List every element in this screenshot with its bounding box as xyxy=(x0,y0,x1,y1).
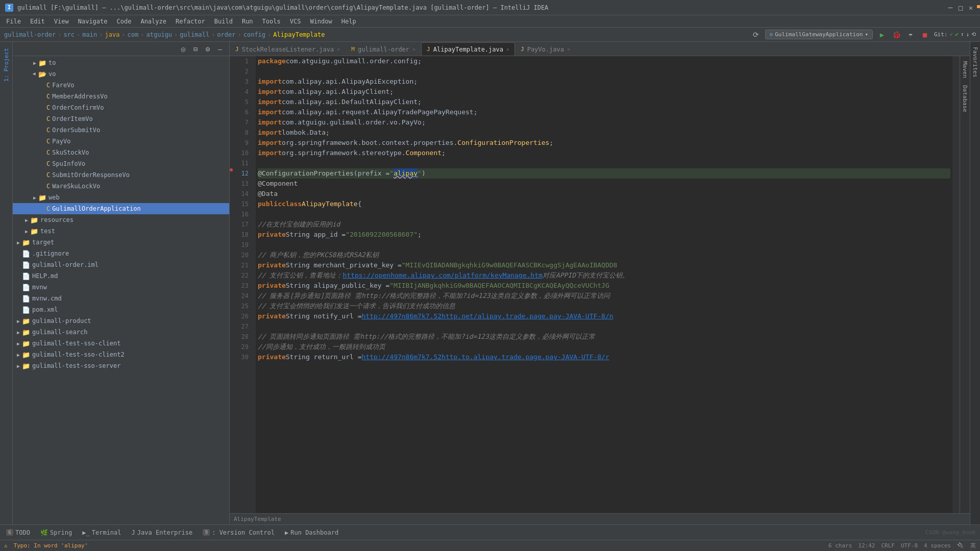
code-text: ; xyxy=(549,138,553,148)
maximize-button[interactable]: □ xyxy=(957,4,965,12)
menu-tools[interactable]: Tools xyxy=(258,17,285,26)
maven-tab[interactable]: Maven xyxy=(961,58,969,81)
run-dashboard-tab[interactable]: ▶ Run Dashboard xyxy=(283,525,340,540)
tree-item-gulimall-search[interactable]: ▶ 📁 gulimall-search xyxy=(13,327,229,338)
tab-stockreleaselistener[interactable]: J StockReleaseListener.java ✕ xyxy=(230,42,346,56)
tree-item-pom[interactable]: 📄 pom.xml xyxy=(13,304,229,315)
sync-button[interactable]: ⟳ xyxy=(751,30,761,40)
tab-close-button[interactable]: ✕ xyxy=(412,46,415,52)
stop-button[interactable]: ■ xyxy=(920,30,930,40)
run-configuration[interactable]: ⚙ GulimallGatewayApplication ▾ xyxy=(765,30,873,39)
tree-item-memberaddressvo[interactable]: C MemberAddressVo xyxy=(13,91,229,102)
tree-item-help[interactable]: 📄 HELP.md xyxy=(13,270,229,282)
string: " xyxy=(418,168,422,179)
url-link[interactable]: http://497n86m7k7.52http.to.alipay.trade… xyxy=(362,352,609,362)
breadcrumb-gulimall[interactable]: gulimall xyxy=(180,31,209,38)
tree-item-web[interactable]: ▶ 📁 web xyxy=(13,192,229,203)
tab-gulimall-order[interactable]: M gulimall-order ✕ xyxy=(346,42,421,56)
breadcrumb-com[interactable]: com xyxy=(128,31,139,38)
menu-build[interactable]: Build xyxy=(210,17,237,26)
collapse-all-button[interactable]: ⊟ xyxy=(190,44,201,54)
locate-button[interactable]: ◎ xyxy=(178,44,188,54)
breadcrumb-class[interactable]: AlipayTemplate xyxy=(273,31,325,38)
tree-item-farevo[interactable]: C FareVo xyxy=(13,80,229,91)
tree-item-gulimall-product[interactable]: ▶ 📁 gulimall-product xyxy=(13,315,229,327)
close-button[interactable]: ✕ xyxy=(967,4,975,12)
breadcrumb-atguigu[interactable]: atguigu xyxy=(146,31,173,38)
breadcrumb-config[interactable]: config xyxy=(243,31,265,38)
menu-edit[interactable]: Edit xyxy=(26,17,49,26)
terminal-tab[interactable]: ▶_ Terminal xyxy=(80,525,123,540)
todo-tab[interactable]: 6 TODO xyxy=(4,525,32,540)
encoding[interactable]: UTF-8 xyxy=(901,542,918,549)
project-side-tab[interactable]: 1: Project xyxy=(1,44,12,86)
typo-warning[interactable]: Typo: In word 'alipay' xyxy=(14,542,88,549)
menu-run[interactable]: Run xyxy=(238,17,257,26)
tree-item-gulimall-test-sso-client[interactable]: ▶ 📁 gulimall-test-sso-client xyxy=(13,338,229,349)
tree-item-test[interactable]: ▶ 📁 test xyxy=(13,226,229,237)
menu-navigate[interactable]: Navigate xyxy=(74,17,112,26)
git-update[interactable]: ↑ xyxy=(961,31,964,38)
minimize-panel-button[interactable]: — xyxy=(215,44,225,54)
settings-button[interactable]: ⚙ xyxy=(203,44,213,54)
tree-item-gulimall-test-sso-server[interactable]: ▶ 📁 gulimall-test-sso-server xyxy=(13,360,229,371)
indent[interactable]: 4 spaces xyxy=(924,542,951,549)
menu-view[interactable]: View xyxy=(50,17,73,26)
debug-button[interactable]: 🐞 xyxy=(891,30,901,40)
tree-item-gitignore[interactable]: 📄 .gitignore xyxy=(13,248,229,259)
window-controls[interactable]: ─ □ ✕ xyxy=(946,4,975,12)
tree-item-submitorderresponsevo[interactable]: C SubmitOrderResponseVo xyxy=(13,169,229,181)
menu-file[interactable]: File xyxy=(2,17,25,26)
tab-close-button[interactable]: ✕ xyxy=(567,46,570,52)
tab-close-button[interactable]: ✕ xyxy=(506,46,509,52)
git-push[interactable]: ↓ xyxy=(966,31,969,38)
tree-item-gulimall-test-sso-client2[interactable]: ▶ 📁 gulimall-test-sso-client2 xyxy=(13,349,229,360)
run-button[interactable]: ▶ xyxy=(877,30,887,40)
git-history[interactable]: ⟲ xyxy=(971,31,976,38)
tree-item-orderconfirmvo[interactable]: C OrderConfirmVo xyxy=(13,102,229,113)
menu-help[interactable]: Help xyxy=(337,17,360,26)
code-editor[interactable]: package com.atguigu.gulimall.order.confi… xyxy=(256,56,952,513)
breadcrumb-order[interactable]: order xyxy=(217,31,235,38)
tab-alipaytemplate[interactable]: J AlipayTemplate.java ✕ xyxy=(421,42,515,56)
breadcrumb-module[interactable]: gulimall-order xyxy=(4,31,56,38)
breadcrumb-java[interactable]: java xyxy=(105,31,119,38)
tree-item-target[interactable]: ▶ 📁 target xyxy=(13,237,229,248)
tree-item-skustockvo[interactable]: C SkuStockVo xyxy=(13,147,229,158)
breadcrumb-main[interactable]: main xyxy=(82,31,97,38)
code-line-25: // 支付宝会悄悄的给我们发送一个请求，告诉我们支付成功的信息 xyxy=(258,301,950,311)
tree-item-resources[interactable]: ▶ 📁 resources xyxy=(13,214,229,226)
menu-analyze[interactable]: Analyze xyxy=(136,17,170,26)
url-link[interactable]: https://openhome.alipay.com/platform/key… xyxy=(342,270,542,281)
tree-item-gulimallorderapplication[interactable]: C GulimallOrderApplication xyxy=(13,203,229,214)
menu-code[interactable]: Code xyxy=(113,17,136,26)
coverage-button[interactable]: ☂ xyxy=(905,30,916,40)
favorites-tab[interactable]: Favorites xyxy=(971,44,979,81)
menu-window[interactable]: Window xyxy=(306,17,336,26)
menu-vcs[interactable]: VCS xyxy=(286,17,305,26)
minimize-button[interactable]: ─ xyxy=(946,4,954,12)
version-control-tab[interactable]: 9 : Version Control xyxy=(201,525,277,540)
line-num-30: 30 xyxy=(233,352,253,362)
tree-item-orderitemvo[interactable]: C OrderItemVo xyxy=(13,113,229,124)
tree-item-spuinfovo[interactable]: C SpuInfoVo xyxy=(13,158,229,169)
breadcrumb-src[interactable]: src xyxy=(63,31,75,38)
title-text: gulimall [F:\gulimall] – ...\gulimall-or… xyxy=(17,4,942,11)
spring-tab[interactable]: 🌿 Spring xyxy=(38,525,74,540)
tab-payvo[interactable]: J PayVo.java ✕ xyxy=(515,42,576,56)
tree-item-mvnw[interactable]: 📄 mvnw xyxy=(13,282,229,293)
tree-item-ordersubmitvo[interactable]: C OrderSubmitVo xyxy=(13,124,229,136)
url-link[interactable]: http://497n86m7k7.52http.net/alipay.trad… xyxy=(362,311,614,321)
line-ending[interactable]: CRLF xyxy=(881,542,895,549)
database-tab[interactable]: Database xyxy=(961,82,969,115)
menu-refactor[interactable]: Refactor xyxy=(172,17,209,26)
tree-item-to[interactable]: ▶ 📁 to xyxy=(13,57,229,68)
git-tick: ✔ xyxy=(955,31,959,38)
tree-item-payvo[interactable]: C PayVo xyxy=(13,136,229,147)
tree-item-wareskulockvo[interactable]: C WareSkuLockVo xyxy=(13,181,229,192)
tree-item-iml[interactable]: 📄 gulimall-order.iml xyxy=(13,259,229,270)
tab-close-button[interactable]: ✕ xyxy=(337,46,340,52)
java-enterprise-tab[interactable]: J Java Enterprise xyxy=(130,525,195,540)
tree-item-mvnwcmd[interactable]: 📄 mvnw.cmd xyxy=(13,293,229,304)
tree-item-vo[interactable]: ▼ 📂 vo xyxy=(13,68,229,80)
